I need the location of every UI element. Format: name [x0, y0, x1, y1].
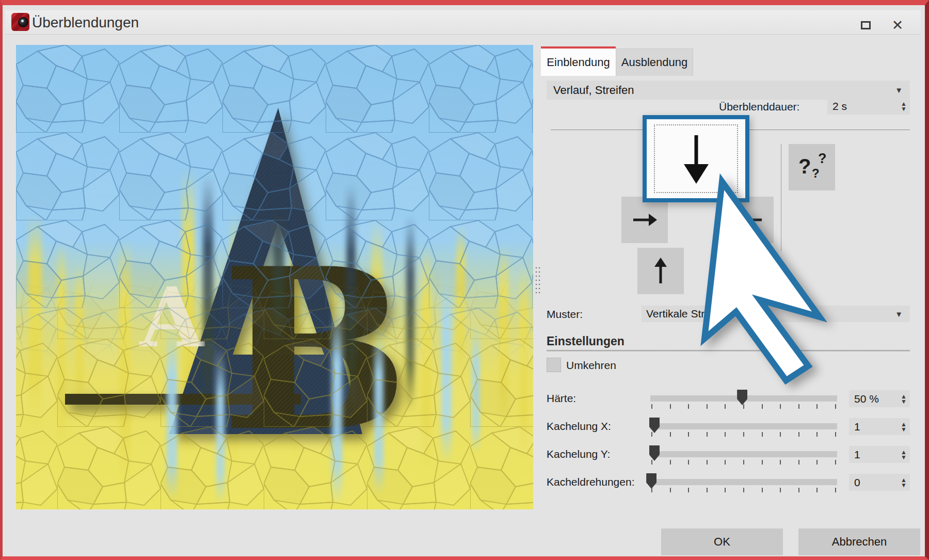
window-title: Überblendungen	[32, 14, 139, 31]
slider-spinner[interactable]: ▲ ▼	[901, 446, 907, 463]
duration-label: Überblenddauer:	[719, 101, 815, 113]
slider-value-spinbox[interactable]: 50 % ▲ ▼	[849, 390, 910, 407]
slider-spinner[interactable]: ▲ ▼	[901, 474, 907, 491]
invert-label: Umkehren	[566, 359, 616, 372]
spin-down-icon: ▼	[901, 106, 907, 111]
slider-label: Kacheldrehungen:	[547, 476, 634, 488]
slider-ticks	[650, 488, 837, 493]
slider-value-spinbox[interactable]: 0 ▲ ▼	[849, 474, 910, 491]
slider-thumb[interactable]	[646, 473, 656, 489]
slider-thumb[interactable]	[737, 390, 747, 405]
pattern-value: Vertikale Streifen	[646, 308, 728, 320]
pattern-label: Muster:	[547, 308, 583, 321]
chevron-down-icon: ▼	[895, 310, 903, 318]
vertical-separator-line	[781, 144, 781, 251]
duration-value: 2 s	[832, 100, 847, 113]
slider-thumb[interactable]	[649, 418, 660, 433]
transition-preview-image: B B A	[16, 45, 533, 509]
tab-fade-out[interactable]: Ausblendung	[616, 49, 693, 76]
close-button[interactable]: ✕	[889, 18, 906, 33]
slider-value: 1	[854, 421, 860, 433]
slider-thumb[interactable]	[649, 445, 660, 461]
direction-down-button-magnified[interactable]	[643, 115, 749, 202]
slider-spinner[interactable]: ▲ ▼	[901, 390, 907, 407]
slider-value: 50 %	[854, 393, 879, 405]
question-marks-icon: ? ? ?	[796, 152, 827, 183]
arrow-left-icon	[737, 210, 764, 230]
spin-down-icon: ▼	[901, 455, 907, 460]
invert-checkbox[interactable]	[547, 358, 561, 372]
slider-track[interactable]	[650, 451, 837, 457]
duration-spinner[interactable]: ▲ ▼	[901, 98, 907, 115]
settings-heading: Einstellungen	[547, 334, 624, 348]
slider-label: Kachelung X:	[547, 420, 611, 433]
panel-splitter-handle[interactable]	[535, 266, 541, 296]
chevron-down-icon: ▼	[895, 86, 903, 94]
slider-track[interactable]	[650, 479, 837, 485]
slider-value: 1	[854, 449, 860, 461]
ok-button[interactable]: OK	[661, 529, 783, 555]
camera-lens-icon	[18, 17, 28, 27]
slider-spinner[interactable]: ▲ ▼	[901, 418, 907, 435]
slider-label: Härte:	[547, 392, 576, 405]
slider-value-spinbox[interactable]: 1 ▲ ▼	[849, 446, 910, 463]
direction-up-button[interactable]	[637, 248, 684, 294]
spin-down-icon: ▼	[901, 483, 907, 488]
duration-spinbox[interactable]: 2 s ▲ ▼	[827, 98, 910, 115]
maximize-icon	[861, 21, 871, 29]
dialog-window: Überblendungen ✕	[0, 0, 929, 560]
arrow-up-icon	[650, 257, 671, 285]
spin-down-icon: ▼	[901, 399, 907, 404]
focus-rectangle	[654, 124, 738, 193]
close-icon: ✕	[892, 17, 904, 34]
slider-value: 0	[854, 476, 860, 489]
transition-type-value: Verlauf, Streifen	[553, 84, 634, 97]
slider-ticks	[650, 404, 837, 409]
app-icon	[11, 13, 29, 31]
slider-value-spinbox[interactable]: 1 ▲ ▼	[849, 418, 910, 435]
arrow-right-icon	[631, 210, 658, 230]
cancel-button[interactable]: Abbrechen	[798, 529, 920, 555]
slider-ticks	[650, 432, 837, 437]
tab-fade-in[interactable]: Einblendung	[541, 46, 616, 76]
slider-ticks	[650, 460, 837, 465]
slider-label: Kachelung Y:	[547, 448, 610, 460]
direction-right-button[interactable]	[621, 197, 668, 243]
maximize-button[interactable]	[857, 18, 874, 33]
pattern-dropdown[interactable]: Vertikale Streifen ▼	[642, 306, 910, 322]
settings-rule	[547, 350, 910, 351]
direction-left-button[interactable]	[727, 197, 774, 243]
title-bar: Überblendungen ✕	[5, 10, 921, 35]
transition-type-dropdown[interactable]: Verlauf, Streifen ▼	[547, 81, 910, 100]
slider-track[interactable]	[650, 423, 837, 429]
direction-random-button[interactable]: ? ? ?	[789, 144, 835, 190]
slider-track[interactable]	[650, 395, 837, 402]
spin-down-icon: ▼	[901, 427, 907, 432]
